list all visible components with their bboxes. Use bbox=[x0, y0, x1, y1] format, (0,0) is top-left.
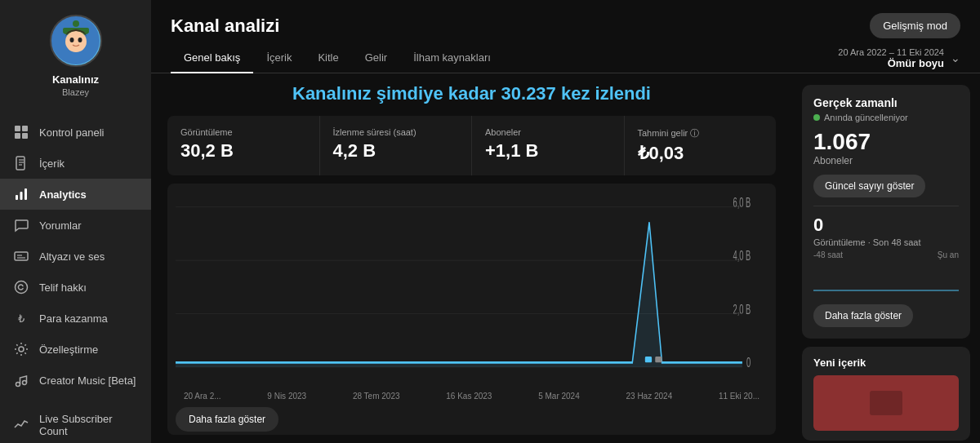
grid-icon bbox=[13, 124, 29, 140]
tab-icerik[interactable]: İçerik bbox=[253, 43, 305, 73]
svg-rect-35 bbox=[645, 357, 652, 362]
rt-time-minus: -48 saat bbox=[813, 250, 843, 259]
svg-point-6 bbox=[78, 38, 82, 42]
realtime-subscriber-label: Aboneler bbox=[813, 155, 959, 166]
svg-point-5 bbox=[69, 38, 74, 42]
advanced-mode-button[interactable]: Gelişmiş mod bbox=[870, 13, 960, 38]
dollar-icon: ₺ bbox=[13, 310, 29, 326]
tab-genel[interactable]: Genel bakış bbox=[171, 43, 253, 73]
x-label-3: 16 Kas 2023 bbox=[446, 392, 492, 401]
file-icon bbox=[13, 155, 29, 171]
chart-show-more-button[interactable]: Daha fazla göster bbox=[176, 407, 278, 432]
stat-watch-time-label: İzlenme süresi (saat) bbox=[333, 127, 459, 137]
sidebar-item-icerik[interactable]: İçerik bbox=[0, 148, 151, 179]
svg-marker-34 bbox=[176, 222, 742, 367]
stat-subscribers: Aboneler +1,1 B bbox=[472, 116, 625, 175]
avatar bbox=[50, 15, 102, 67]
sidebar-item-label: Analytics bbox=[39, 188, 87, 201]
stat-views-label: Görüntüleme bbox=[180, 127, 306, 137]
x-label-2: 28 Tem 2023 bbox=[353, 392, 400, 401]
sidebar-item-telif[interactable]: Telif hakkı bbox=[0, 272, 151, 303]
date-range[interactable]: 20 Ara 2022 – 11 Eki 2024 Ömür boyu ⌄ bbox=[838, 47, 960, 69]
new-content-card: Yeni içerik bbox=[802, 347, 970, 441]
x-label-1: 9 Nis 2023 bbox=[267, 392, 306, 401]
right-panel: Gerçek zamanlı Anında güncelleniyor 1.06… bbox=[792, 73, 980, 443]
svg-text:0: 0 bbox=[746, 355, 751, 370]
copyright-icon bbox=[13, 279, 29, 295]
subtitles-icon bbox=[13, 248, 29, 264]
sidebar-item-live-sub[interactable]: Live Subscriber Count bbox=[0, 405, 151, 443]
realtime-live-row: Anında güncelleniyor bbox=[813, 113, 959, 122]
sidebar-item-kontrol-paneli[interactable]: Kontrol paneli bbox=[0, 117, 151, 148]
x-label-5: 23 Haz 2024 bbox=[626, 392, 672, 401]
svg-rect-11 bbox=[16, 157, 24, 170]
svg-rect-18 bbox=[15, 252, 28, 260]
sidebar-item-ozellestirme[interactable]: Özelleştirme bbox=[0, 334, 151, 365]
realtime-more-button[interactable]: Daha fazla göster bbox=[813, 304, 913, 327]
stat-watch-time: İzlenme süresi (saat) 4,2 B bbox=[320, 116, 473, 175]
stat-subscribers-label: Aboneler bbox=[485, 127, 611, 137]
svg-point-21 bbox=[16, 281, 28, 294]
sidebar-item-label: Özelleştirme bbox=[39, 343, 98, 356]
main-header: Kanal analizi Gelişmiş mod bbox=[151, 0, 980, 38]
svg-rect-36 bbox=[655, 357, 662, 362]
new-content-title: Yeni içerik bbox=[813, 357, 959, 369]
period-label: Ömür boyu bbox=[838, 57, 944, 69]
stat-revenue-value: ₺0,03 bbox=[638, 143, 764, 164]
mini-chart bbox=[813, 266, 959, 295]
analytics-body: Kanalınız şimdiye kadar 30.237 kez izlen… bbox=[151, 73, 980, 443]
date-range-text: 20 Ara 2022 – 11 Eki 2024 bbox=[838, 47, 944, 57]
rt-time-row: -48 saat Şu an bbox=[813, 250, 959, 259]
realtime-live-label: Anında güncelleniyor bbox=[824, 113, 908, 122]
svg-point-3 bbox=[73, 20, 79, 27]
sidebar-item-analytics[interactable]: Analytics bbox=[0, 179, 151, 210]
sidebar-item-label: Para kazanma bbox=[39, 312, 108, 325]
x-label-6: 11 Eki 20... bbox=[719, 392, 760, 401]
svg-rect-10 bbox=[22, 133, 28, 139]
tabs-row: Genel bakış İçerik Kitle Gelir İlham kay… bbox=[151, 38, 980, 73]
live-chart-icon bbox=[13, 417, 29, 433]
realtime-title: Gerçek zamanlı bbox=[813, 96, 959, 109]
realtime-views-count: 0 bbox=[813, 215, 959, 236]
chart-footer: Daha fazla göster bbox=[176, 401, 768, 435]
sidebar-item-yorumlar[interactable]: Yorumlar bbox=[0, 210, 151, 241]
channel-handle: Blazey bbox=[62, 87, 89, 97]
chart-x-labels: 20 Ara 2... 9 Nis 2023 28 Tem 2023 16 Ka… bbox=[176, 390, 768, 401]
svg-text:₺: ₺ bbox=[18, 312, 24, 325]
svg-rect-17 bbox=[24, 188, 27, 200]
rt-divider bbox=[813, 206, 959, 206]
sidebar-item-label: Kontrol paneli bbox=[39, 126, 105, 139]
svg-rect-38 bbox=[870, 391, 902, 415]
stats-row: Görüntüleme 30,2 B İzlenme süresi (saat)… bbox=[167, 116, 776, 175]
tab-kitle[interactable]: Kitle bbox=[305, 43, 351, 73]
stat-revenue: Tahmini gelir ⓘ ₺0,03 bbox=[625, 116, 777, 175]
sidebar-item-altyazi[interactable]: Altyazı ve ses bbox=[0, 241, 151, 272]
sidebar: Kanalınız Blazey Kontrol paneli İçerik A… bbox=[0, 0, 151, 443]
chevron-down-icon: ⌄ bbox=[951, 51, 960, 64]
realtime-views-label: Görüntüleme · Son 48 saat bbox=[813, 237, 959, 247]
content-thumbnail bbox=[813, 375, 959, 431]
center-panel: Kanalınız şimdiye kadar 30.237 kez izlen… bbox=[151, 73, 792, 443]
svg-rect-8 bbox=[22, 126, 28, 131]
sidebar-item-label: Telif hakkı bbox=[39, 281, 87, 294]
sidebar-item-label: Creator Music [Beta] bbox=[39, 374, 136, 387]
stat-watch-time-value: 4,2 B bbox=[333, 140, 459, 162]
svg-text:4,0 B: 4,0 B bbox=[733, 248, 751, 264]
realtime-subscriber-count: 1.067 bbox=[813, 131, 959, 153]
svg-text:6,0 B: 6,0 B bbox=[733, 195, 751, 210]
tab-gelir[interactable]: Gelir bbox=[352, 43, 400, 73]
sidebar-item-label: Yorumlar bbox=[39, 219, 82, 232]
realtime-card: Gerçek zamanlı Anında güncelleniyor 1.06… bbox=[802, 85, 970, 339]
chart-svg: 6,0 B 4,0 B 2,0 B 0 bbox=[176, 192, 768, 390]
sidebar-item-label: Altyazı ve ses bbox=[39, 250, 105, 263]
sidebar-item-para[interactable]: ₺ Para kazanma bbox=[0, 303, 151, 334]
music-icon bbox=[13, 372, 29, 388]
stat-views: Görüntüleme 30,2 B bbox=[167, 116, 320, 175]
x-label-4: 5 Mar 2024 bbox=[538, 392, 580, 401]
chart-container: 6,0 B 4,0 B 2,0 B 0 bbox=[176, 192, 768, 390]
show-current-count-button[interactable]: Güncel sayıyı göster bbox=[813, 175, 925, 197]
headline-text: Kanalınız şimdiye kadar 30.237 kez izlen… bbox=[167, 83, 776, 104]
sidebar-item-creator-music[interactable]: Creator Music [Beta] bbox=[0, 365, 151, 396]
sidebar-item-label: Live Subscriber Count bbox=[39, 413, 138, 437]
tab-ilham[interactable]: İlham kaynakları bbox=[400, 43, 504, 73]
